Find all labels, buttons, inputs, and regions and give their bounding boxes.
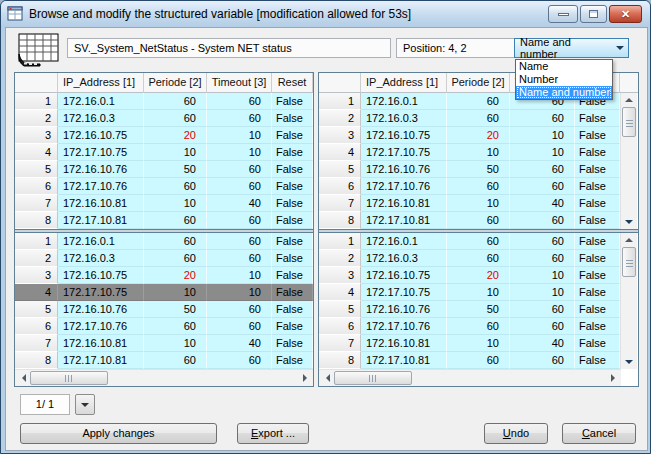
cell-row-number[interactable]: 7 xyxy=(15,335,58,352)
cell-reset[interactable]: False xyxy=(272,212,313,229)
cell-periode[interactable]: 60 xyxy=(447,352,510,369)
cell-row-number[interactable]: 2 xyxy=(15,110,58,127)
table-row[interactable]: 2172.16.0.36060False xyxy=(15,250,313,267)
cell-ip-address[interactable]: 172.16.0.1 xyxy=(58,233,144,250)
cell-reset[interactable]: False xyxy=(575,284,620,301)
table-row[interactable]: 5172.16.10.765060False xyxy=(15,161,313,178)
cell-reset[interactable]: False xyxy=(272,195,313,212)
cell-timeout[interactable]: 60 xyxy=(207,110,272,127)
cell-ip-address[interactable]: 172.16.0.1 xyxy=(58,93,144,110)
cell-ip-address[interactable]: 172.17.10.81 xyxy=(361,352,447,369)
cell-periode[interactable]: 50 xyxy=(144,161,207,178)
cell-timeout[interactable]: 10 xyxy=(510,267,575,284)
cell-periode[interactable]: 10 xyxy=(144,284,207,301)
cell-reset[interactable]: False xyxy=(575,250,620,267)
dropdown-option[interactable]: Name xyxy=(516,60,612,73)
cell-timeout[interactable]: 60 xyxy=(510,178,575,195)
table-row[interactable]: 7172.16.10.811040False xyxy=(15,335,313,352)
cell-periode[interactable]: 10 xyxy=(447,335,510,352)
cell-timeout[interactable]: 10 xyxy=(207,284,272,301)
cell-row-number[interactable]: 7 xyxy=(15,195,58,212)
cell-ip-address[interactable]: 172.16.10.76 xyxy=(58,301,144,318)
cell-reset[interactable]: False xyxy=(575,267,620,284)
cell-timeout[interactable]: 60 xyxy=(510,250,575,267)
cell-periode[interactable]: 60 xyxy=(447,178,510,195)
cell-ip-address[interactable]: 172.17.10.76 xyxy=(361,178,447,195)
scrollbar-thumb[interactable] xyxy=(334,371,412,385)
table-row[interactable]: 6172.17.10.766060False xyxy=(15,178,313,195)
table-row[interactable]: 1172.16.0.16060False xyxy=(15,93,313,110)
cell-row-number[interactable]: 4 xyxy=(319,144,361,161)
cell-ip-address[interactable]: 172.16.10.81 xyxy=(361,195,447,212)
export-button[interactable]: Export ... xyxy=(237,423,309,444)
cell-reset[interactable]: False xyxy=(575,212,620,229)
cell-ip-address[interactable]: 172.16.10.75 xyxy=(58,127,144,144)
table-row[interactable]: 1172.16.0.16060False xyxy=(319,233,620,250)
cell-timeout[interactable]: 60 xyxy=(207,301,272,318)
cell-row-number[interactable]: 5 xyxy=(15,161,58,178)
cell-reset[interactable]: False xyxy=(575,144,620,161)
cell-periode[interactable]: 60 xyxy=(144,233,207,250)
scroll-up-button[interactable] xyxy=(621,93,637,107)
cell-reset[interactable]: False xyxy=(272,267,313,284)
scroll-down-button[interactable] xyxy=(621,215,637,229)
cell-timeout[interactable]: 10 xyxy=(510,127,575,144)
table-row[interactable]: 4172.17.10.751010False xyxy=(319,144,620,161)
cell-timeout[interactable]: 60 xyxy=(207,93,272,110)
cell-periode[interactable]: 10 xyxy=(447,195,510,212)
table-row[interactable]: 6172.17.10.766060False xyxy=(319,178,620,195)
cell-periode[interactable]: 50 xyxy=(447,301,510,318)
table-row[interactable]: 8172.17.10.816060False xyxy=(15,212,313,229)
cell-timeout[interactable]: 10 xyxy=(510,284,575,301)
table-row[interactable]: 2172.16.0.36060False xyxy=(319,250,620,267)
cell-reset[interactable]: False xyxy=(272,161,313,178)
cell-ip-address[interactable]: 172.16.0.3 xyxy=(58,110,144,127)
cell-row-number[interactable]: 1 xyxy=(319,93,361,110)
cell-timeout[interactable]: 40 xyxy=(510,195,575,212)
dropdown-option[interactable]: Number xyxy=(516,73,612,86)
cell-reset[interactable]: False xyxy=(272,318,313,335)
page-select-button[interactable] xyxy=(75,394,95,415)
cell-ip-address[interactable]: 172.16.0.1 xyxy=(361,233,447,250)
cell-reset[interactable]: False xyxy=(575,161,620,178)
cell-ip-address[interactable]: 172.16.0.3 xyxy=(58,250,144,267)
scroll-down-button[interactable] xyxy=(621,355,637,369)
cell-timeout[interactable]: 40 xyxy=(207,335,272,352)
cell-periode[interactable]: 60 xyxy=(144,93,207,110)
cell-timeout[interactable]: 60 xyxy=(207,318,272,335)
table-row[interactable]: 2172.16.0.36060False xyxy=(15,110,313,127)
cell-timeout[interactable]: 60 xyxy=(207,352,272,369)
cell-ip-address[interactable]: 172.17.10.75 xyxy=(361,144,447,161)
cell-row-number[interactable]: 6 xyxy=(15,178,58,195)
cell-timeout[interactable]: 60 xyxy=(510,110,575,127)
cell-reset[interactable]: False xyxy=(272,233,313,250)
table-row[interactable]: 2172.16.0.36060False xyxy=(319,110,620,127)
cell-reset[interactable]: False xyxy=(272,352,313,369)
table-row[interactable]: 3172.16.10.752010False xyxy=(319,267,620,284)
cell-row-number[interactable]: 4 xyxy=(15,144,58,161)
cell-reset[interactable]: False xyxy=(575,233,620,250)
cell-timeout[interactable]: 10 xyxy=(207,127,272,144)
horizontal-scrollbar-right[interactable] xyxy=(319,369,621,386)
cell-reset[interactable]: False xyxy=(272,284,313,301)
table-row[interactable]: 5172.16.10.765060False xyxy=(15,301,313,318)
scroll-right-button[interactable] xyxy=(296,370,313,386)
table-row[interactable]: 7172.16.10.811040False xyxy=(319,195,620,212)
cell-ip-address[interactable]: 172.16.0.3 xyxy=(361,250,447,267)
cell-reset[interactable]: False xyxy=(575,335,620,352)
cell-row-number[interactable]: 3 xyxy=(15,127,58,144)
table-row[interactable]: 4172.17.10.751010False xyxy=(15,144,313,161)
cell-reset[interactable]: False xyxy=(272,127,313,144)
cell-row-number[interactable]: 4 xyxy=(15,284,58,301)
cancel-button[interactable]: Cancel xyxy=(562,423,636,444)
cell-row-number[interactable]: 7 xyxy=(319,335,361,352)
cell-periode[interactable]: 10 xyxy=(144,144,207,161)
cell-reset[interactable]: False xyxy=(575,318,620,335)
cell-row-number[interactable]: 2 xyxy=(15,250,58,267)
cell-timeout[interactable]: 60 xyxy=(510,233,575,250)
cell-timeout[interactable]: 60 xyxy=(510,212,575,229)
cell-row-number[interactable]: 3 xyxy=(319,127,361,144)
cell-periode[interactable]: 60 xyxy=(144,250,207,267)
cell-row-number[interactable]: 1 xyxy=(319,233,361,250)
cell-periode[interactable]: 60 xyxy=(144,212,207,229)
